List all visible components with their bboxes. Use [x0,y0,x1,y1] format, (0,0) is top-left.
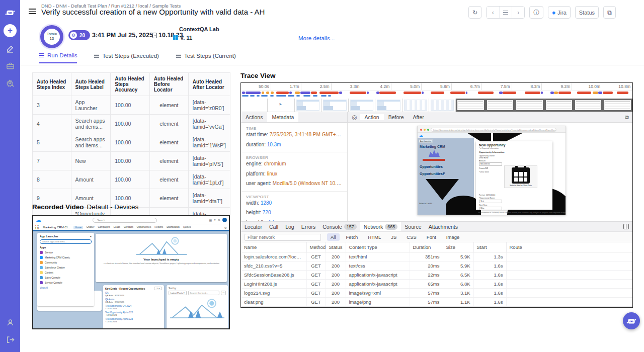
info-button[interactable]: ⓘ [529,6,543,19]
briefcase-icon[interactable] [0,57,20,74]
trace-tool-tab[interactable]: Call [266,222,282,231]
next-step-button[interactable]: › [512,7,524,18]
view-all-link[interactable]: View All [40,287,92,289]
app-launcher-item[interactable]: Salesforce Chatter [40,265,92,270]
app-launcher-item[interactable]: Marketing CRM Classic [40,255,92,260]
menu-toggle-icon[interactable] [29,9,36,14]
network-table-header: NameMethodStatusContent TypeDurationSize… [241,242,632,252]
status-button[interactable]: Status [575,6,599,19]
app-launcher-item[interactable]: Content [40,270,92,275]
key-deal-item[interactable]: QA Auto- QA Auto · 8/30/2025 [105,298,162,303]
trace-tool-tab[interactable]: Console157 [319,222,360,231]
external-link-button[interactable]: ⧉ [603,6,616,19]
network-row[interactable]: sfdc_210.css?v=5GET200text/css20ms5.9K1.… [241,261,632,271]
network-row[interactable]: LoginHint208.jsGET200application/x-javas… [241,280,632,289]
trace-frame[interactable] [544,99,574,112]
key-deals-sort-icon[interactable]: ⇅ ▾ [154,287,162,290]
filmstrip [241,99,632,112]
trace-tool-tab[interactable]: Log [282,222,298,231]
amount-input[interactable]: $50,000.00 [479,162,502,166]
key-deal-item[interactable]: QA QA Auto · 8/29/2025 [105,292,162,297]
timeline-tick: 9.2m [542,83,572,90]
snapshot-tab[interactable]: After [409,114,429,120]
trace-frame[interactable] [603,99,632,112]
network-filter-chip[interactable]: CSS [403,233,420,241]
sort-select[interactable]: Latest Posts ▾ [169,291,187,295]
trace-frame[interactable] [241,99,268,112]
trace-pane-tabbar: ActionsMetadata ◎ ActionBeforeAfter ⧉ [241,112,632,123]
network-row[interactable]: email.pngGET200image/png74ms1.4K1.6s [241,307,632,308]
network-filter-chip[interactable]: Fetch [343,233,362,241]
app-launcher-item[interactable]: Sales Console [40,275,92,280]
private-checkbox[interactable] [486,167,488,169]
network-filter-chip[interactable]: HTML [364,233,384,241]
traffic-lights-icon [420,129,429,131]
feed-search-input[interactable]: Search this feed... [188,291,220,295]
key-deal-item[interactable]: Test Opportunity Alpha 123 · 12/31/2024 [105,311,162,316]
refresh-button[interactable]: ↻ [468,6,481,19]
trace-tool-tab[interactable]: Errors [298,222,319,231]
trace-frame[interactable] [486,99,515,112]
trace-tool-tab[interactable]: Locator [241,222,266,231]
app-launcher-search[interactable]: Search apps and items... [40,239,92,244]
network-filter-chip[interactable]: JS [387,233,400,241]
trace-tool-tab[interactable]: Source [401,222,425,231]
trace-frame[interactable] [429,99,456,112]
edit-icon[interactable] [0,40,20,57]
trace-tool-tab[interactable]: Network665 [360,222,401,231]
trace-frame[interactable] [295,99,321,112]
network-row[interactable]: logo214.svgGET200image/svg+xml57ms3.1K1.… [241,289,632,298]
page-snapshot[interactable]: https://demoorg-d-dev-ed.develop.lightni… [417,126,566,215]
app-launcher-item[interactable]: Service [40,250,92,255]
toggle-panel-icon[interactable] [623,224,629,229]
tab[interactable]: Run Details [39,52,77,63]
next-step-input[interactable]: Wue [479,207,502,210]
close-date-picker[interactable]: Select a date for Close Date [504,165,537,188]
launchpad-description: ...e shortcuts to useful items, like sta… [96,262,227,265]
recorded-video-player[interactable]: ☁ Search... ▦?⚙ Marketing CRM Cl... Home… [32,215,230,329]
network-row[interactable]: SfdcSessionBase208.jsGET200application/x… [241,271,632,280]
snapshot-tab[interactable]: Before [384,114,409,120]
settings-icon[interactable] [0,74,20,92]
more-details-link[interactable]: More details... [298,35,335,41]
jira-button[interactable]: ◆ Jira [548,6,571,19]
add-icon[interactable]: + [4,24,17,37]
trace-frame[interactable] [349,99,375,112]
app-launcher-item[interactable]: Community [40,260,92,265]
key-deal-item[interactable]: Test Opportunity Q4 2024 · 12/31/2024 [105,305,162,310]
key-deal-item[interactable]: Test Opportunity Alpha 123 · 12/31/2024 [105,318,162,323]
snapshot-tab[interactable]: Action [360,114,383,120]
trace-frame[interactable] [403,99,429,112]
open-snapshot-icon[interactable]: ⧉ [625,114,629,121]
network-row[interactable]: clear.pngGET200image/png57ms1.1K1.6s [241,298,632,307]
opportunity-name-input[interactable]: Test [479,200,502,203]
network-filter-input[interactable] [245,234,321,241]
network-filter-chip[interactable]: Image [443,233,463,241]
network-filter-chip[interactable]: All [327,233,340,241]
trace-panel-tab[interactable]: Metadata [267,112,298,122]
trace-frame[interactable] [321,99,348,112]
timeline-bars[interactable] [241,91,632,98]
trace-frame[interactable] [515,99,544,112]
chatbot-button[interactable] [623,312,640,329]
trace-frame[interactable] [268,99,294,112]
tab[interactable]: Test Steps (Executed) [94,52,159,63]
trace-frame[interactable] [456,99,485,112]
close-icon[interactable]: × [90,235,92,238]
feed-refresh-icon[interactable]: ↻ [221,291,226,295]
prev-step-button[interactable]: ‹ [487,7,499,18]
app-launcher-item[interactable]: Service Console [40,280,92,285]
profile-icon[interactable] [0,314,20,331]
trace-frame[interactable] [375,99,402,112]
trace-panel-tab[interactable]: Actions [241,112,267,122]
trace-frame[interactable] [574,99,603,112]
logout-icon[interactable] [0,331,20,348]
healed-count-badge[interactable]: ⚙ 20 [68,30,90,40]
bot-icon[interactable] [0,4,20,21]
header-toolbar: ↻ ‹ › ⓘ ◆ Jira Status ⧉ [468,6,616,19]
network-row[interactable]: login.salesforce.com?locale=inGET200text… [241,252,632,261]
trace-tool-tab[interactable]: Attachments [425,222,461,231]
step-list-button[interactable] [499,7,512,18]
network-filter-chip[interactable]: Font [423,233,440,241]
tab[interactable]: Test Steps (Current) [176,52,236,63]
